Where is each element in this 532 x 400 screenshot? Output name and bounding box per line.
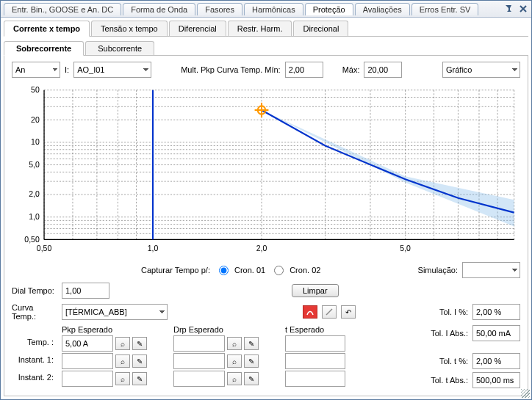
pkp-inst2-input[interactable] (62, 371, 113, 387)
sim-label: Simulação: (418, 266, 458, 274)
cron01-label: Cron. 01 (234, 266, 265, 274)
tab-forma-onda[interactable]: Forma de Onda (123, 3, 195, 15)
tab-diferencial[interactable]: Diferencial (169, 21, 226, 36)
inner-tab-bar: Corrente x tempo Tensão x tempo Diferenc… (4, 21, 528, 37)
svg-text:20: 20 (31, 114, 40, 123)
tab-avaliacoes[interactable]: Avaliações (355, 3, 410, 15)
magnify-icon[interactable]: ⌕ (115, 354, 130, 368)
tab-entr-bin[interactable]: Entr. Bin., GOOSE e An. DC (4, 3, 121, 15)
pencil-icon[interactable]: ✎ (132, 372, 147, 385)
cron02-radio[interactable] (274, 266, 284, 275)
tol-t-abs-label: Tol. t Abs.: (431, 376, 468, 385)
magnify-icon[interactable]: ⌕ (115, 337, 130, 350)
pencil-icon[interactable]: ✎ (244, 337, 259, 350)
i-select[interactable]: AO_I01 (73, 62, 151, 78)
outer-tab-bar: Entr. Bin., GOOSE e An. DC Forma de Onda… (1, 1, 531, 18)
undo-icon[interactable]: ↶ (341, 305, 356, 319)
curve-tool1-icon[interactable] (303, 305, 317, 319)
anode-select[interactable]: An (12, 62, 60, 78)
magnify-icon[interactable]: ⌕ (227, 354, 242, 368)
tab-subcorrente[interactable]: Subcorrente (85, 41, 154, 55)
mult-max-label: Máx: (342, 65, 360, 74)
sim-select[interactable] (462, 262, 520, 278)
row-temp-label: Temp. : (14, 335, 54, 349)
pencil-icon[interactable]: ✎ (132, 354, 147, 368)
tab-direcional[interactable]: Direcional (293, 21, 348, 36)
curve-select[interactable]: [TÉRMICA_ABB] (62, 304, 168, 320)
dial-label: Dial Tempo: (12, 286, 57, 295)
dial-input[interactable] (62, 283, 109, 299)
pkp-inst1-input[interactable] (62, 353, 113, 369)
svg-text:5,0: 5,0 (400, 244, 411, 252)
curve-tool2-icon[interactable] (322, 305, 337, 319)
drp-inst1-input[interactable] (173, 353, 225, 369)
tab-corrente-tempo[interactable]: Corrente x tempo (4, 21, 90, 37)
pencil-icon[interactable]: ✎ (244, 372, 259, 385)
tol-i-abs-label: Tol. I Abs.: (431, 329, 468, 338)
row-inst2-label: Instant. 2: (14, 371, 54, 384)
drp-inst2-input[interactable] (173, 371, 225, 387)
mult-min-label: Mult. Pkp Curva Temp. Mín: (181, 65, 281, 74)
drp-header: Drp Esperado (173, 325, 270, 334)
magnify-icon[interactable]: ⌕ (115, 372, 130, 385)
svg-text:0,50: 0,50 (24, 234, 39, 243)
svg-text:10: 10 (31, 137, 40, 146)
pencil-icon[interactable]: ✎ (244, 354, 259, 368)
pin-icon[interactable] (503, 4, 514, 14)
clear-button[interactable]: Limpar (292, 284, 339, 297)
tol-i-abs-input[interactable] (472, 325, 520, 341)
pkp-temp-input[interactable] (62, 335, 113, 352)
view-select[interactable]: Gráfico (442, 62, 520, 78)
mult-max-input[interactable] (364, 62, 402, 78)
mult-min-input[interactable] (285, 62, 323, 78)
row-inst1-label: Instant. 1: (14, 353, 54, 366)
magnify-icon[interactable]: ⌕ (227, 372, 242, 385)
svg-text:1,0: 1,0 (148, 244, 159, 252)
t-inst1-input[interactable] (285, 353, 345, 369)
drp-temp-input[interactable] (173, 335, 225, 352)
pencil-icon[interactable]: ✎ (132, 337, 147, 350)
cron02-label: Cron. 02 (290, 266, 320, 274)
pkp-header: Pkp Esperado (62, 325, 159, 334)
tab-tensao-tempo[interactable]: Tensão x tempo (91, 21, 168, 36)
chart-area[interactable]: 0,501,02,05,01020500,501,02,05,0 (12, 85, 520, 258)
tab-harmonicas[interactable]: Harmônicas (244, 3, 303, 15)
tol-i-pct-label: Tol. I %: (439, 308, 468, 316)
i-label: I: (65, 65, 69, 74)
svg-marker-47 (262, 110, 514, 226)
magnify-icon[interactable]: ⌕ (227, 337, 242, 350)
t-temp-input[interactable] (285, 335, 345, 352)
tol-t-abs-input[interactable] (472, 372, 520, 388)
tol-t-pct-input[interactable] (472, 353, 520, 369)
t-esperado-header: t Esperado (285, 325, 351, 334)
svg-text:1,0: 1,0 (29, 212, 40, 221)
close-icon[interactable] (518, 4, 528, 14)
t-inst2-input[interactable] (285, 371, 345, 387)
tab-sobrecorrente[interactable]: Sobrecorrente (4, 41, 84, 56)
resize-handle-icon[interactable] (521, 389, 530, 398)
tab-protecao[interactable]: Proteção (305, 3, 353, 15)
sub-tab-bar: Sobrecorrente Subcorrente (4, 41, 528, 56)
tol-t-pct-label: Tol. t %: (439, 357, 468, 366)
svg-text:50: 50 (31, 85, 40, 94)
tab-restr-harm[interactable]: Restr. Harm. (228, 21, 292, 36)
tab-fasores[interactable]: Fasores (197, 3, 242, 15)
tab-erros-sv[interactable]: Erros Entr. SV (411, 3, 479, 15)
svg-text:5,0: 5,0 (29, 160, 40, 169)
cron01-radio[interactable] (219, 266, 229, 275)
tol-i-pct-input[interactable] (472, 304, 520, 320)
capture-label: Capturar Tempo p/: (141, 266, 210, 274)
curve-label: Curva Temp.: (12, 303, 57, 321)
svg-text:2,0: 2,0 (256, 244, 267, 252)
svg-text:0,50: 0,50 (37, 244, 51, 252)
svg-text:2,0: 2,0 (29, 189, 40, 198)
